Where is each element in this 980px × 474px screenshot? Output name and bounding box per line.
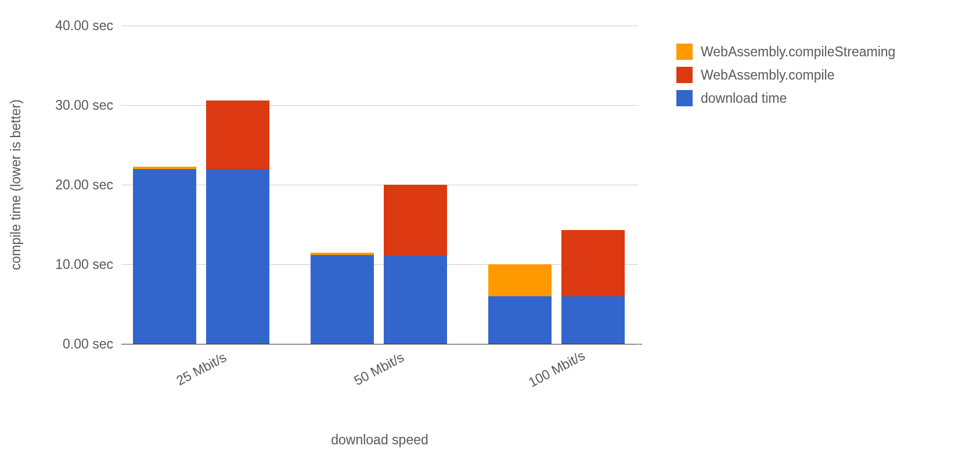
axis-tick [639,344,642,344]
bar-streaming [488,264,552,344]
bar-segment-download [133,169,196,344]
x-tick-label: 50 Mbit/s [351,350,406,389]
legend-item: WebAssembly.compileStreaming [676,44,895,60]
y-tick-label: 30.00 sec [55,98,113,113]
bar-streaming [133,167,196,344]
y-tick-label: 40.00 sec [55,18,113,34]
legend-item: WebAssembly.compile [676,67,895,83]
y-tick-label: 0.00 sec [63,336,113,352]
bar-segment-download [488,296,552,344]
plot-area: 40.00 sec 30.00 sec 20.00 sec 10.00 sec … [121,26,638,344]
legend: WebAssembly.compileStreaming WebAssembly… [676,44,895,113]
gridline [121,105,638,106]
y-tick-label: 20.00 sec [55,177,113,193]
bar-nonstreaming [561,230,625,344]
bar-segment-download [206,169,269,344]
y-axis-title: compile time (lower is better) [8,99,24,270]
x-axis-title: download speed [331,432,428,448]
legend-swatch-icon [676,67,693,83]
y-tick-label: 10.00 sec [55,257,113,272]
legend-label: WebAssembly.compileStreaming [701,44,895,60]
legend-swatch-icon [676,90,693,106]
gridline [121,26,638,26]
bar-segment-compile [561,230,625,296]
x-tick-label: 100 Mbit/s [526,348,588,391]
bar-segment-download [311,255,374,344]
legend-swatch-icon [676,44,693,60]
legend-label: download time [701,91,787,106]
gridline [121,185,638,185]
bar-segment-download [384,255,447,344]
bar-segment-compile [206,100,269,169]
bar-streaming [311,253,374,344]
baseline [121,344,638,344]
legend-label: WebAssembly.compile [701,67,835,83]
x-tick-label: 25 Mbit/s [174,350,229,389]
chart-container: compile time (lower is better) 40.00 sec… [0,0,980,474]
bar-segment-compile [384,185,447,255]
gridline [121,264,638,265]
bar-segment-download [561,296,625,344]
bar-nonstreaming [384,185,447,344]
bar-segment-streaming [488,264,552,296]
bar-nonstreaming [206,100,269,344]
legend-item: download time [676,90,895,106]
